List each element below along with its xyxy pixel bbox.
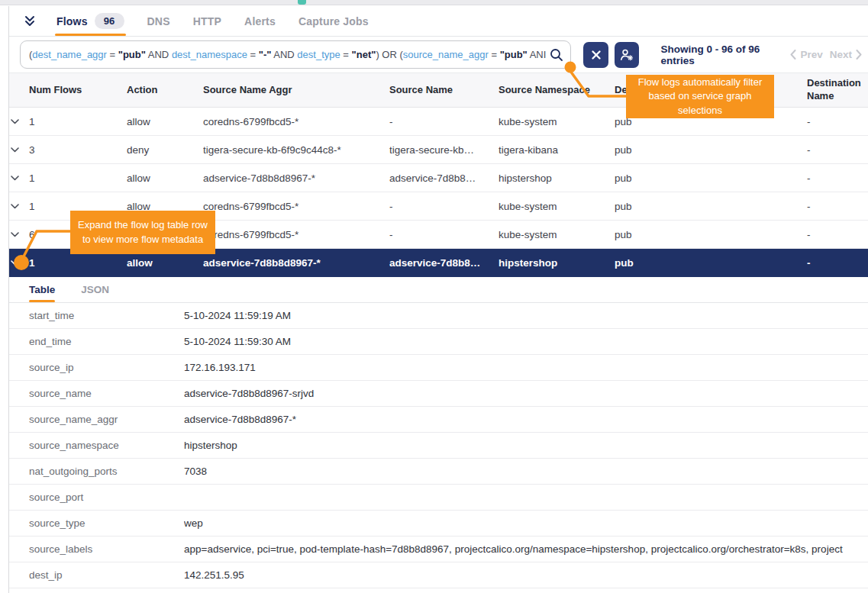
cell-source-namespace: kube-system (499, 201, 615, 212)
detail-row: source_typewep (9, 511, 868, 537)
cell-num-flows: 1 (29, 172, 127, 184)
query-token: dest_name_aggr (32, 49, 107, 60)
filter-toolbar: (dest_name_aggr = "pub" AND dest_namespa… (9, 37, 868, 73)
detail-value: wep (184, 517, 868, 529)
tab-dns[interactable]: DNS (147, 6, 170, 36)
callout-expand-tip-text: Expand the flow log table row to view mo… (78, 218, 208, 246)
detail-tab-table[interactable]: Table (29, 277, 55, 302)
detail-key: source_labels (29, 543, 184, 555)
column-header-7: Destination Name (807, 77, 868, 103)
callout-expand-tip: Expand the flow log table row to view mo… (70, 211, 215, 254)
column-header-3: Source Name Aggr (203, 84, 389, 97)
query-token: ) OR ( (376, 49, 402, 60)
query-token: "net" (352, 49, 376, 60)
clear-filter-button[interactable] (583, 42, 608, 68)
column-header-5: Source Namespace (499, 84, 615, 97)
detail-row: end_time5-10-2024 11:59:30 AM (9, 329, 868, 355)
column-header-4: Source Name (389, 84, 499, 97)
detail-key: source_name (29, 388, 184, 399)
column-header-1: Num Flows (29, 84, 127, 97)
tab-label: Alerts (244, 15, 276, 27)
user-settings-button[interactable] (615, 42, 640, 68)
cell-source-name-aggr: coredns-6799fbcd5-* (203, 229, 389, 240)
cell-dest-name-aggr: pub (615, 144, 807, 156)
detail-row: dest_ip142.251.5.95 (9, 562, 868, 588)
tab-capture-jobs[interactable]: Capture Jobs (298, 6, 369, 36)
cell-destination-name: - (807, 116, 868, 127)
detail-value: app=adservice, pci=true, pod-template-ha… (184, 543, 868, 555)
flow-table-row[interactable]: 3denytigera-secure-kb-6f9c9c44c8-*tigera… (9, 136, 868, 164)
detail-row: source_nameadservice-7d8b8d8967-srjvd (9, 381, 868, 407)
next-button[interactable]: Next (830, 49, 862, 60)
detail-key: dest_ip (29, 569, 184, 581)
cell-source-namespace: hipstershop (499, 172, 615, 184)
cell-action: deny (127, 144, 203, 156)
flow-table-row[interactable]: 1allowadservice-7d8b8d8967-*adservice-7d… (9, 164, 868, 192)
cell-action: allow (127, 116, 203, 127)
query-token: "pub" (500, 49, 528, 60)
row-expander-icon[interactable] (9, 119, 29, 124)
flows-count-badge: 96 (95, 13, 124, 29)
pagination: Prev Next (790, 49, 863, 60)
detail-value: adservice-7d8b8d8967-srjvd (184, 388, 868, 399)
detail-value: 5-10-2024 11:59:19 AM (184, 310, 868, 321)
cell-num-flows: 1 (29, 257, 127, 269)
detail-row: start_time5-10-2024 11:59:19 AM (9, 303, 868, 329)
flow-detail-fields: start_time5-10-2024 11:59:19 AMend_time5… (9, 303, 868, 588)
detail-value: 142.251.5.95 (184, 569, 868, 581)
double-chevron-down-icon[interactable] (23, 15, 37, 28)
prev-button[interactable]: Prev (790, 49, 822, 60)
row-expander-icon[interactable] (9, 204, 29, 209)
filter-query-text: (dest_name_aggr = "pub" AND dest_namespa… (29, 49, 546, 60)
column-header-2: Action (127, 84, 203, 97)
detail-value: adservice-7d8b8d8967-* (184, 414, 868, 425)
detail-key: nat_outgoing_ports (29, 466, 184, 477)
cell-destination-name: - (807, 257, 868, 269)
tab-alerts[interactable]: Alerts (244, 6, 276, 36)
cell-source-name-aggr: adservice-7d8b8d8967-* (203, 257, 389, 269)
cell-source-name: adservice-7d8b8… (389, 257, 499, 269)
query-token: dest_namespace (172, 49, 247, 60)
cell-action: allow (127, 172, 203, 184)
chevron-left-icon (790, 50, 796, 60)
cell-source-name-aggr: coredns-6799fbcd5-* (203, 116, 389, 127)
tab-label: Capture Jobs (298, 15, 369, 27)
cell-source-name: - (389, 229, 499, 240)
detail-value: 5-10-2024 11:59:30 AM (184, 336, 868, 347)
row-expander-icon[interactable] (9, 232, 29, 237)
row-expander-icon[interactable] (9, 147, 29, 153)
cell-destination-name: - (807, 201, 868, 212)
query-token: = (489, 49, 500, 60)
cell-dest-name-aggr: pub (615, 201, 807, 212)
tab-http[interactable]: HTTP (193, 6, 221, 36)
chevron-right-icon (856, 50, 862, 60)
query-token: AND (271, 49, 297, 60)
search-icon[interactable] (549, 47, 564, 63)
cell-dest-name-aggr: pub (615, 257, 807, 269)
cell-source-name: tigera-secure-kb… (389, 144, 499, 156)
tab-label: DNS (147, 15, 170, 27)
entries-summary: Showing 0 - 96 of 96 entries (660, 44, 790, 66)
detail-key: end_time (29, 336, 184, 347)
query-token: ANI (528, 49, 547, 60)
detail-row: nat_outgoing_ports7038 (9, 459, 868, 485)
tab-flows[interactable]: Flows96 (56, 6, 124, 36)
detail-value: 172.16.193.171 (184, 362, 868, 373)
detail-key: source_port (29, 491, 184, 503)
detail-row: source_namespacehipstershop (9, 433, 868, 459)
row-expander-icon[interactable] (9, 260, 29, 266)
log-type-tab-bar: Flows96DNSHTTPAlertsCapture Jobs (9, 6, 868, 37)
callout-filter-tip-text: Flow logs automatically filter based on … (634, 76, 766, 118)
cell-source-namespace: kube-system (499, 229, 615, 240)
detail-value: hipstershop (184, 440, 868, 451)
cell-dest-name-aggr: pub (615, 229, 807, 240)
detail-tab-json[interactable]: JSON (81, 277, 109, 302)
cell-source-name-aggr: adservice-7d8b8d8967-* (203, 172, 389, 184)
query-token: AND (146, 49, 172, 60)
cell-num-flows: 3 (29, 144, 127, 156)
cropped-content-above (0, 0, 868, 5)
filter-query-input[interactable]: (dest_name_aggr = "pub" AND dest_namespa… (20, 40, 571, 69)
detail-key: start_time (29, 310, 184, 321)
row-expander-icon[interactable] (9, 176, 29, 181)
detail-key: source_ip (29, 362, 184, 373)
